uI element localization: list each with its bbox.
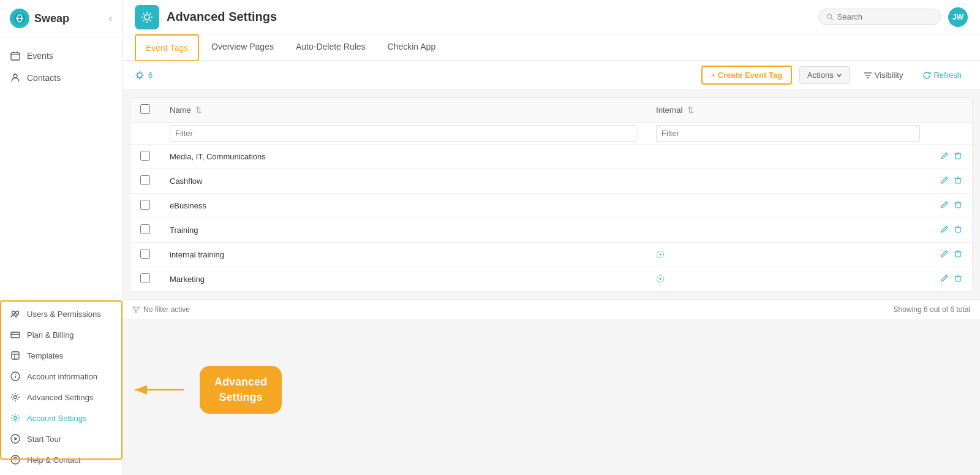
svg-point-18	[14, 396, 17, 399]
col-header-name[interactable]: Name ⇅	[160, 98, 646, 123]
refresh-icon	[922, 71, 931, 80]
sidebar-item-events[interactable]: Events	[0, 45, 122, 67]
no-filter-indicator: No filter active	[132, 305, 190, 314]
row-checkbox-4[interactable]	[140, 249, 150, 259]
refresh-label: Refresh	[933, 70, 962, 80]
svg-line-26	[831, 18, 833, 20]
sidebar-logo: Sweap ‹	[0, 0, 122, 37]
actions-button[interactable]: Actions	[799, 66, 850, 84]
tab-auto-delete-rules[interactable]: Auto-Delete Rules	[286, 34, 375, 60]
main-content: Advanced Settings JW Event Tags Overview…	[123, 0, 980, 475]
row-name-5: Marketing	[160, 267, 646, 292]
app-name: Sweap	[34, 12, 69, 25]
sidebar-item-account-settings-label: Account Settings	[27, 414, 87, 423]
row-count: 6	[148, 70, 153, 80]
delete-icon-0[interactable]	[954, 151, 962, 162]
table-row: Media, IT, Communications	[130, 145, 972, 169]
delete-icon-5[interactable]	[954, 274, 962, 284]
billing-icon	[10, 329, 21, 340]
delete-icon-1[interactable]	[954, 176, 962, 186]
internal-check-icon: ☉	[656, 274, 665, 284]
svg-rect-3	[11, 53, 20, 60]
edit-icon-5[interactable]	[940, 274, 949, 284]
sidebar-item-plan-billing-label: Plan & Billing	[27, 330, 74, 340]
page-title: Advanced Settings	[167, 10, 811, 24]
svg-rect-12	[12, 352, 19, 359]
table-row: eBusiness	[130, 194, 972, 218]
sidebar-item-start-tour[interactable]: Start Tour	[0, 428, 122, 449]
sidebar-item-advanced-settings-label: Advanced Settings	[27, 393, 93, 402]
page-icon	[135, 5, 159, 29]
refresh-button[interactable]: Refresh	[916, 67, 968, 83]
sidebar-item-account-info-label: Account information	[27, 372, 97, 381]
svg-marker-49	[133, 307, 140, 313]
sidebar-item-help-contact[interactable]: Help & Contact	[0, 449, 122, 470]
search-bar[interactable]	[818, 9, 941, 25]
edit-icon-3[interactable]	[940, 225, 949, 235]
sidebar-nav: Events Contacts	[0, 37, 122, 298]
search-input[interactable]	[837, 12, 933, 21]
svg-rect-10	[11, 332, 20, 338]
chevron-down-icon	[836, 72, 842, 78]
tab-overview-pages[interactable]: Overview Pages	[202, 34, 284, 60]
users-icon	[10, 308, 21, 319]
svg-point-24	[145, 15, 149, 20]
topbar: Advanced Settings JW	[123, 0, 980, 34]
tab-event-tags[interactable]: Event Tags	[135, 34, 199, 61]
collapse-sidebar-icon[interactable]: ‹	[109, 13, 112, 24]
create-event-tag-button[interactable]: + Create Event Tag	[701, 66, 792, 85]
visibility-icon	[864, 71, 872, 80]
edit-icon-2[interactable]	[940, 200, 949, 211]
filter-icon	[132, 306, 140, 314]
row-name-3: Training	[160, 218, 646, 243]
delete-icon-3[interactable]	[954, 225, 962, 235]
info-icon	[10, 371, 21, 382]
svg-rect-40	[956, 227, 960, 232]
select-all-checkbox[interactable]	[140, 104, 150, 114]
col-header-internal[interactable]: Internal ⇅	[646, 98, 930, 123]
sidebar-item-templates-label: Templates	[27, 351, 63, 360]
edit-icon-1[interactable]	[940, 176, 949, 186]
sidebar-item-plan-billing[interactable]: Plan & Billing	[0, 324, 122, 345]
delete-icon-2[interactable]	[954, 200, 962, 211]
row-internal-0	[646, 145, 930, 169]
edit-icon-4[interactable]	[940, 249, 949, 260]
svg-rect-34	[956, 178, 960, 183]
table-count: 6	[135, 70, 153, 80]
no-filter-text: No filter active	[143, 305, 190, 314]
sort-name-icon: ⇅	[195, 105, 202, 115]
row-checkbox-1[interactable]	[140, 175, 150, 185]
sidebar-item-advanced-settings[interactable]: Advanced Settings	[0, 387, 122, 408]
row-internal-1	[646, 169, 930, 194]
sidebar-item-contacts[interactable]: Contacts	[0, 67, 122, 89]
name-filter-input[interactable]	[170, 125, 636, 142]
row-checkbox-2[interactable]	[140, 200, 150, 210]
col-header-actions	[930, 98, 972, 123]
row-checkbox-5[interactable]	[140, 273, 150, 283]
sidebar-item-templates[interactable]: Templates	[0, 345, 122, 366]
tab-checkin-app[interactable]: Checkin App	[378, 34, 446, 60]
row-internal-5: ☉	[646, 267, 930, 292]
sidebar-item-events-label: Events	[27, 51, 53, 61]
row-checkbox-3[interactable]	[140, 224, 150, 234]
sidebar-item-account-info[interactable]: Account information	[0, 366, 122, 387]
person-icon	[10, 72, 21, 83]
delete-icon-4[interactable]	[954, 249, 962, 260]
tabs-bar: Event Tags Overview Pages Auto-Delete Ru…	[123, 34, 980, 61]
play-icon	[10, 433, 21, 444]
visibility-button[interactable]: Visibility	[858, 67, 910, 83]
row-checkbox-0[interactable]	[140, 151, 150, 161]
row-internal-4: ☉	[646, 243, 930, 267]
visibility-label: Visibility	[875, 70, 903, 80]
table-row: Cashflow	[130, 169, 972, 194]
svg-rect-31	[956, 154, 960, 159]
svg-point-23	[15, 462, 16, 463]
edit-icon-0[interactable]	[940, 151, 949, 162]
table-row: internal training ☉	[130, 243, 972, 267]
sidebar-item-account-settings[interactable]: Account Settings	[0, 408, 122, 428]
svg-point-7	[13, 74, 17, 78]
calendar-icon	[10, 50, 21, 61]
templates-icon	[10, 350, 21, 361]
sidebar-item-users-permissions[interactable]: Users & Permissions	[0, 303, 122, 324]
internal-filter-input[interactable]	[656, 125, 920, 142]
